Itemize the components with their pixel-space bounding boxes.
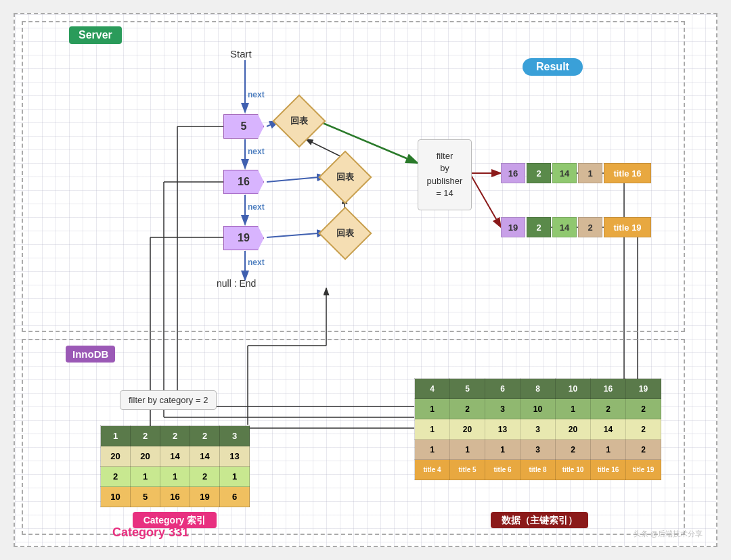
- next-label-2: next: [248, 147, 265, 156]
- dt-cell: 20: [556, 419, 591, 440]
- cell-r1-5: title 16: [604, 163, 651, 183]
- idx-cell: 13: [220, 446, 250, 467]
- dt-cell: 5: [450, 379, 485, 399]
- dt-cell: 3: [485, 399, 520, 419]
- dt-cell: 10: [520, 399, 556, 419]
- result-label: Result: [523, 58, 583, 76]
- cell-r1-4: 1: [578, 163, 602, 183]
- idx-cell: 1: [101, 426, 131, 446]
- cell-r2-4: 2: [578, 217, 602, 237]
- data-index-label: 数据（主键索引）: [414, 515, 665, 527]
- idx-cell: 5: [131, 487, 160, 507]
- cell-r2-1: 19: [501, 217, 525, 237]
- dt-cell: 1: [415, 399, 450, 419]
- idx-cell: 2: [160, 426, 190, 446]
- watermark: 头条 @后端技术分享: [634, 529, 703, 539]
- idx-cell: 1: [160, 467, 190, 487]
- dt-cell: 6: [485, 379, 520, 399]
- diamond-2-text: 回表: [336, 172, 354, 183]
- dt-row-3: 1 1 1 3 2 1 2: [415, 440, 661, 460]
- dt-cell: 1: [450, 440, 485, 460]
- idx-cell: 6: [220, 487, 250, 507]
- category-index-table: 1 2 2 2 3 20 20 14 14 13 2 1 1 2 1 10 5 …: [100, 425, 250, 507]
- dt-cell: title 5: [450, 460, 485, 480]
- dt-cell: 10: [556, 379, 591, 399]
- dt-cell: 2: [626, 399, 661, 419]
- dt-cell: 3: [520, 419, 556, 440]
- dt-cell: 19: [626, 379, 661, 399]
- dt-cell: 2: [450, 399, 485, 419]
- idx-cell: 10: [101, 487, 131, 507]
- idx-cell: 2: [190, 426, 220, 446]
- end-text: null : End: [217, 278, 256, 289]
- dt-cell: 3: [520, 440, 556, 460]
- dt-cell: 2: [626, 419, 661, 440]
- idx-row-header: 1 2 2 2 3: [101, 426, 250, 446]
- node-5: 5: [223, 114, 264, 139]
- idx-cell: 20: [131, 446, 160, 467]
- idx-cell: 14: [160, 446, 190, 467]
- dt-cell: 1: [556, 399, 591, 419]
- idx-cell: 2: [101, 467, 131, 487]
- dt-cell: 2: [591, 399, 626, 419]
- dt-cell: 1: [415, 419, 450, 440]
- idx-cell: 1: [131, 467, 160, 487]
- dt-cell: 16: [591, 379, 626, 399]
- dt-cell: 1: [591, 440, 626, 460]
- next-label-3: next: [248, 202, 265, 212]
- dt-cell: 1: [485, 440, 520, 460]
- dt-row-header: 4 5 6 8 10 16 19: [415, 379, 661, 399]
- diamond-3-text: 回表: [336, 228, 354, 239]
- idx-cell: 3: [220, 426, 250, 446]
- dt-cell: title 16: [591, 460, 626, 480]
- node-16: 16: [223, 170, 264, 194]
- dt-row-4: title 4 title 5 title 6 title 8 title 10…: [415, 460, 661, 480]
- idx-cell: 2: [190, 467, 220, 487]
- dt-cell: 2: [626, 440, 661, 460]
- dt-cell: 14: [591, 419, 626, 440]
- idx-row-1: 20 20 14 14 13: [101, 446, 250, 467]
- dt-cell: 2: [556, 440, 591, 460]
- idx-cell: 19: [190, 487, 220, 507]
- dt-row-2: 1 20 13 3 20 14 2: [415, 419, 661, 440]
- cell-r2-3: 14: [552, 217, 577, 237]
- dt-cell: 8: [520, 379, 556, 399]
- cell-r1-2: 2: [527, 163, 551, 183]
- idx-cell: 14: [190, 446, 220, 467]
- dt-cell: 13: [485, 419, 520, 440]
- cell-r1-3: 14: [552, 163, 577, 183]
- idx-cell: 20: [101, 446, 131, 467]
- dt-cell: 20: [450, 419, 485, 440]
- node-19: 19: [223, 226, 264, 250]
- idx-row-3: 10 5 16 19 6: [101, 487, 250, 507]
- result-row-1: 16 2 14 1 title 16: [501, 163, 651, 183]
- dt-cell: title 10: [556, 460, 591, 480]
- idx-row-2: 2 1 1 2 1: [101, 467, 250, 487]
- cell-r2-2: 2: [527, 217, 551, 237]
- cell-r1-1: 16: [501, 163, 525, 183]
- next-label-4: next: [248, 258, 265, 267]
- dt-cell: title 19: [626, 460, 661, 480]
- main-diagram: Server InnoDB Result Start null : End ne…: [14, 13, 717, 547]
- cell-r2-5: title 19: [604, 217, 651, 237]
- dt-cell: title 4: [415, 460, 450, 480]
- filter-publisher-box: filterbypublisher= 14: [418, 139, 472, 210]
- filter-category-box: filter by category = 2: [120, 390, 217, 410]
- idx-cell: 16: [160, 487, 190, 507]
- idx-cell: 2: [131, 426, 160, 446]
- next-label-1: next: [248, 90, 265, 99]
- dt-row-1: 1 2 3 10 1 2 2: [415, 399, 661, 419]
- dt-cell: title 8: [520, 460, 556, 480]
- innodb-label: InnoDB: [66, 346, 115, 363]
- idx-cell: 1: [220, 467, 250, 487]
- diamond-1-text: 回表: [290, 116, 308, 126]
- start-text: Start: [230, 48, 252, 60]
- dt-cell: 4: [415, 379, 450, 399]
- result-row-2: 19 2 14 2 title 19: [501, 217, 651, 237]
- data-label-text: 数据（主键索引）: [491, 512, 588, 528]
- data-table: 4 5 6 8 10 16 19 1 2 3 10 1 2 2 1 20 13 …: [414, 378, 661, 480]
- dt-cell: title 6: [485, 460, 520, 480]
- dt-cell: 1: [415, 440, 450, 460]
- category-331-label: Category 331: [112, 526, 189, 540]
